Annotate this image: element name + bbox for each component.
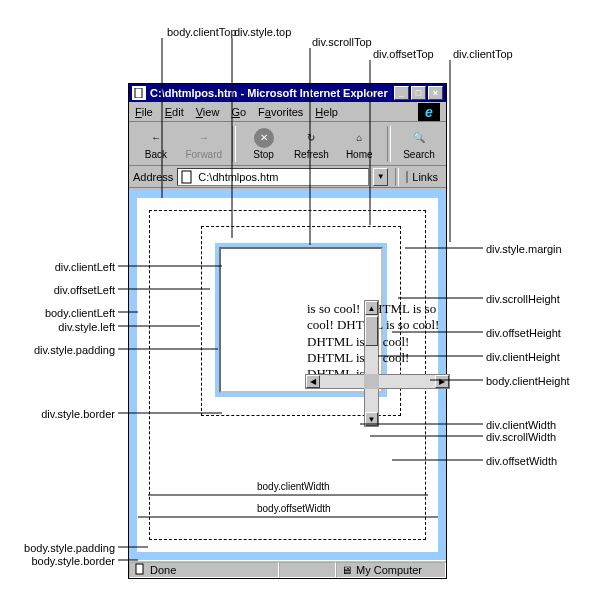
scrollbar-corner <box>364 374 379 389</box>
menu-go[interactable]: Go <box>231 106 246 118</box>
window-title: C:\dhtmlpos.htm - Microsoft Internet Exp… <box>150 87 388 99</box>
label-body-offsetWidth: body.offsetWidth <box>257 503 331 514</box>
label-div-style-padding: div.style.padding <box>24 344 115 356</box>
ie-logo-icon: e <box>418 103 440 121</box>
body-border-area: is so cool! DHTML is so cool! DHTML is s… <box>129 190 446 560</box>
label-body-clientLeft: body.clientLeft <box>28 307 115 319</box>
forward-button[interactable]: →Forward <box>181 124 227 164</box>
separator <box>395 168 399 186</box>
page-icon <box>180 170 194 184</box>
label-div-clientHeight: div.clientHeight <box>486 351 560 363</box>
svg-rect-0 <box>135 88 142 98</box>
maximize-button[interactable]: □ <box>411 86 426 100</box>
home-icon: ⌂ <box>349 128 369 148</box>
status-bar: Done 🖥 My Computer <box>129 560 446 578</box>
scroll-down-icon[interactable]: ▼ <box>365 412 378 426</box>
menu-bar: File Edit View Go Favorites Help e <box>129 102 446 122</box>
svg-rect-2 <box>136 564 143 574</box>
label-div-clientTop: div.clientTop <box>453 48 513 60</box>
label-div-offsetWidth: div.offsetWidth <box>486 455 557 467</box>
label-div-offsetLeft: div.offsetLeft <box>40 284 115 296</box>
label-div-scrollHeight: div.scrollHeight <box>486 293 560 305</box>
label-body-style-border: body.style.border <box>6 555 115 567</box>
search-icon: 🔍 <box>409 128 429 148</box>
label-div-style-border: div.style.border <box>32 408 115 420</box>
search-button[interactable]: 🔍Search <box>396 124 442 164</box>
toolbar: ←Back →Forward ✕Stop ↻Refresh ⌂Home 🔍Sea… <box>129 122 446 166</box>
label-div-clientWidth: div.clientWidth <box>486 419 556 431</box>
div-border-area: is so cool! DHTML is so cool! DHTML is s… <box>219 247 383 393</box>
links-toolbar[interactable]: Links <box>406 171 442 183</box>
address-bar: Address C:\dhtmlpos.htm ▼ Links <box>129 166 446 188</box>
menu-favorites[interactable]: Favorites <box>258 106 303 118</box>
label-div-scrollTop: div.scrollTop <box>312 36 372 48</box>
menu-help[interactable]: Help <box>315 106 338 118</box>
address-value: C:\dhtmlpos.htm <box>198 171 278 183</box>
window-titlebar[interactable]: C:\dhtmlpos.htm - Microsoft Internet Exp… <box>129 84 446 102</box>
status-zone: 🖥 My Computer <box>336 562 446 578</box>
status-pane-done: Done <box>129 562 279 578</box>
label-div-scrollWidth: div.scrollWidth <box>486 431 556 443</box>
menu-file[interactable]: File <box>135 106 153 118</box>
label-body-clientWidth: body.clientWidth <box>257 481 330 492</box>
minimize-button[interactable]: _ <box>394 86 409 100</box>
label-div-offsetTop: div.offsetTop <box>373 48 434 60</box>
separator <box>232 126 236 162</box>
vertical-scrollbar[interactable]: ▲ ▼ <box>364 300 379 427</box>
address-label: Address <box>133 171 173 183</box>
status-text: Done <box>150 564 176 576</box>
label-div-style-margin: div.style.margin <box>486 243 562 255</box>
refresh-button[interactable]: ↻Refresh <box>288 124 334 164</box>
close-button[interactable]: × <box>428 86 443 100</box>
back-icon: ← <box>146 128 166 148</box>
label-div-style-left: div.style.left <box>47 321 115 333</box>
scroll-up-icon[interactable]: ▲ <box>365 301 378 315</box>
ie-window: C:\dhtmlpos.htm - Microsoft Internet Exp… <box>128 83 447 579</box>
scroll-right-icon[interactable]: ▶ <box>435 375 449 388</box>
scroll-thumb[interactable] <box>365 316 378 346</box>
separator <box>387 126 391 162</box>
stop-icon: ✕ <box>254 128 274 148</box>
home-button[interactable]: ⌂Home <box>336 124 382 164</box>
page-icon <box>134 563 146 577</box>
body-content-area: is so cool! DHTML is so cool! DHTML is s… <box>137 198 438 552</box>
refresh-icon: ↻ <box>301 128 321 148</box>
computer-icon: 🖥 <box>341 564 352 576</box>
address-input[interactable]: C:\dhtmlpos.htm <box>177 168 369 186</box>
menu-edit[interactable]: Edit <box>165 106 184 118</box>
zone-text: My Computer <box>356 564 422 576</box>
back-button[interactable]: ←Back <box>133 124 179 164</box>
label-div-clientLeft: div.clientLeft <box>40 261 115 273</box>
label-div-style-top: div.style.top <box>234 26 291 38</box>
address-dropdown[interactable]: ▼ <box>373 168 388 186</box>
stop-button[interactable]: ✕Stop <box>241 124 287 164</box>
status-pane <box>279 562 336 578</box>
scroll-left-icon[interactable]: ◀ <box>306 375 320 388</box>
label-body-style-padding: body.style.padding <box>6 542 115 554</box>
svg-rect-1 <box>182 171 191 183</box>
menu-view[interactable]: View <box>196 106 220 118</box>
label-body-clientTop: body.clientTop <box>167 26 237 38</box>
label-body-clientHeight: body.clientHeight <box>486 375 570 387</box>
label-div-offsetHeight: div.offsetHeight <box>486 327 561 339</box>
page-icon <box>132 86 146 100</box>
forward-icon: → <box>194 128 214 148</box>
